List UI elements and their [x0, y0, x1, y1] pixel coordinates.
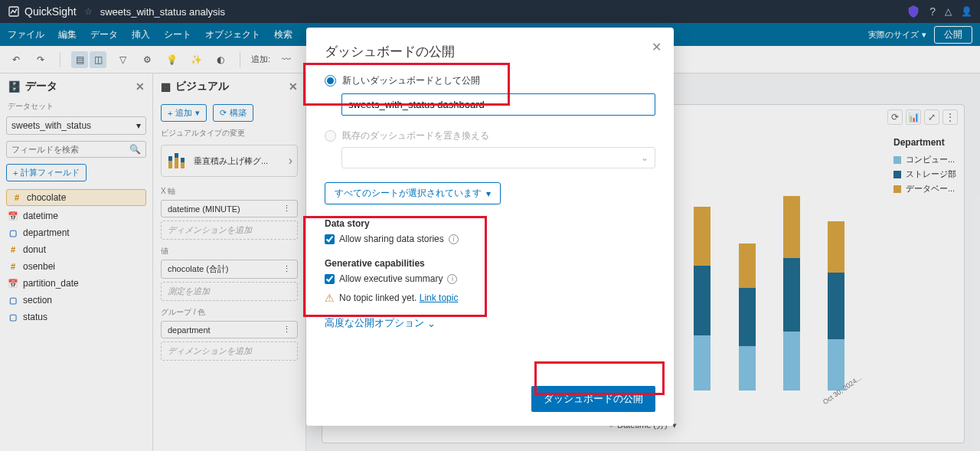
radio-replace-label: 既存のダッシュボードを置き換える	[342, 129, 489, 142]
modal-close-icon[interactable]: ✕	[652, 40, 662, 54]
modal-title: ダッシュボードの公開	[325, 43, 655, 60]
info-icon[interactable]: i	[449, 234, 459, 244]
sheet-select-dropdown[interactable]: すべてのシートが選択されています▾	[325, 182, 501, 204]
data-story-heading: Data story	[325, 218, 655, 229]
chevron-down-icon: ⌄	[641, 152, 648, 163]
replace-dashboard-select[interactable]: ⌄	[341, 147, 655, 168]
allow-exec-summary-checkbox[interactable]	[325, 274, 335, 284]
allow-data-story-checkbox[interactable]	[325, 234, 335, 244]
link-topic-link[interactable]: Link topic	[420, 292, 459, 303]
radio-replace-dashboard[interactable]	[325, 130, 336, 142]
generative-heading: Generative capabilities	[325, 258, 655, 269]
warning-text: No topic linked yet. Link topic	[339, 292, 458, 303]
radio-new-dashboard[interactable]	[325, 75, 336, 87]
info-icon[interactable]: i	[447, 274, 457, 284]
publish-dashboard-button[interactable]: ダッシュボードの公開	[531, 386, 655, 412]
dashboard-name-input[interactable]	[341, 93, 655, 116]
radio-new-label[interactable]: 新しいダッシュボードとして公開	[342, 74, 480, 87]
chevron-down-icon: ⌄	[427, 318, 436, 329]
warning-icon: ⚠	[325, 292, 335, 304]
chevron-down-icon: ▾	[486, 188, 491, 199]
advanced-options-toggle[interactable]: 高度な公開オプション⌄	[325, 316, 655, 330]
allow-exec-summary-label: Allow executive summary	[339, 273, 443, 284]
allow-data-story-label: Allow sharing data stories	[339, 234, 444, 244]
publish-dashboard-modal: ✕ ダッシュボードの公開 新しいダッシュボードとして公開 既存のダッシュボードを…	[306, 28, 674, 426]
